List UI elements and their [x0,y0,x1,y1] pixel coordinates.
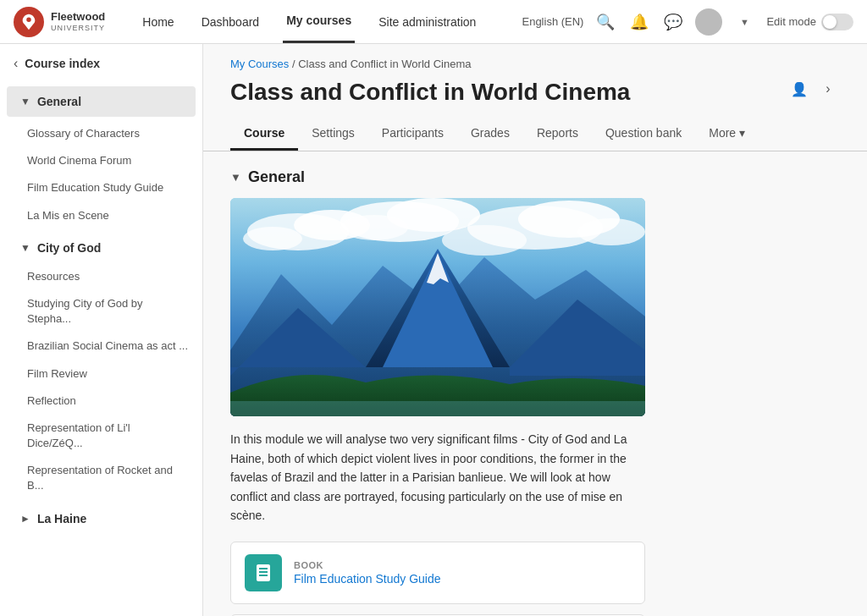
edit-mode-control[interactable]: Edit mode [766,14,853,30]
book-resource-type: BOOK [294,560,441,570]
language-selector[interactable]: English (EN) [522,15,583,28]
sidebar-section-city-of-god[interactable]: ▼ City of God [0,233,202,263]
logo[interactable]: Fleetwood UNIVERSITY [14,7,105,37]
city-of-god-chevron-icon: ▼ [20,242,30,254]
nav-site-admin[interactable]: Site administration [375,2,479,42]
course-index-title: Course index [25,57,100,70]
tabs-bar: Course Settings Participants Grades Repo… [203,118,867,151]
nav-my-courses[interactable]: My courses [283,0,355,43]
sidebar-section-la-haine[interactable]: ► La Haine [0,503,202,534]
nav-right-controls: English (EN) 🔍 🔔 💬 ▼ Edit mode [522,8,853,36]
sidebar-section-la-haine-label: La Haine [37,512,86,525]
tab-reports[interactable]: Reports [523,118,592,151]
sidebar-item-representation-lil[interactable]: Representation of Li'l Dice/ZéQ... [0,415,202,457]
tab-participants[interactable]: Participants [368,118,457,151]
user-icon[interactable]: 👤 [787,77,811,101]
sidebar-item-resources[interactable]: Resources [0,263,202,290]
messages-icon[interactable]: 💬 [661,10,685,34]
edit-mode-label: Edit mode [766,15,816,28]
sidebar-item-brazilian[interactable]: Brazilian Social Cinema as act ... [0,333,202,360]
tab-question-bank[interactable]: Question bank [592,118,695,151]
course-description: In this module we will analyse two very … [230,430,645,525]
tab-course[interactable]: Course [230,118,298,151]
main-content: My Courses / Class and Conflict in World… [203,44,867,616]
svg-point-9 [577,218,645,245]
sidebar-item-glossary[interactable]: Glossary of Characters [0,120,202,147]
sidebar-item-studying[interactable]: Studying City of God by Stepha... [0,290,202,333]
course-index-header[interactable]: ‹ Course index [0,44,202,83]
section-title: General [248,168,305,186]
sidebar-item-reflection[interactable]: Reflection [0,388,202,415]
sidebar-item-study-guide[interactable]: Film Education Study Guide [0,174,202,201]
sidebar: ‹ Course index ▼ General Glossary of Cha… [0,44,203,616]
svg-point-6 [340,215,408,240]
header-icons: 👤 › [787,77,840,101]
breadcrumb: My Courses / Class and Conflict in World… [203,44,867,70]
hero-svg [230,198,645,416]
logo-text: Fleetwood UNIVERSITY [51,10,105,32]
top-navigation: Fleetwood UNIVERSITY Home Dashboard My c… [0,0,867,44]
page-title: Class and Conflict in World Cinema [230,77,630,107]
search-icon[interactable]: 🔍 [594,10,617,34]
section-chevron-icon[interactable]: ▼ [230,171,241,184]
avatar[interactable] [695,8,722,36]
edit-mode-toggle[interactable] [821,14,853,30]
tab-grades[interactable]: Grades [457,118,523,151]
sidebar-section-general-label: General [37,95,81,108]
breadcrumb-link[interactable]: My Courses [230,58,289,70]
sidebar-section-general[interactable]: ▼ General [7,86,196,117]
tab-more[interactable]: More ▾ [695,118,759,151]
book-resource-name[interactable]: Film Education Study Guide [294,572,441,586]
nav-home[interactable]: Home [139,2,177,42]
expand-icon[interactable]: › [816,77,840,101]
tab-settings[interactable]: Settings [298,118,368,151]
sidebar-item-representation-rocket[interactable]: Representation of Rocket and B... [0,457,202,499]
avatar-chevron-icon[interactable]: ▼ [732,10,756,34]
svg-rect-17 [230,401,645,416]
sidebar-item-mise-en-scene[interactable]: La Mis en Scene [0,202,202,229]
logo-icon [14,7,44,37]
svg-point-10 [442,225,527,256]
nav-dashboard[interactable]: Dashboard [198,2,263,42]
page-header: Class and Conflict in World Cinema 👤 › [203,70,867,107]
sidebar-section-city-of-god-label: City of God [37,241,101,255]
notifications-icon[interactable]: 🔔 [627,10,651,34]
svg-point-3 [243,227,302,250]
la-haine-chevron-icon: ► [20,513,30,525]
resource-card-book[interactable]: BOOK Film Education Study Guide [230,542,645,604]
chevron-left-icon: ‹ [14,56,18,71]
breadcrumb-current: Class and Conflict in World Cinema [298,58,471,70]
hero-image [230,198,645,416]
sidebar-item-forum[interactable]: World Cinema Forum [0,147,202,174]
toggle-knob [823,15,837,29]
book-resource-icon [245,554,282,591]
section-title-row: ▼ General [230,168,840,186]
course-content: ▼ General [203,151,867,616]
sidebar-item-film-review[interactable]: Film Review [0,360,202,388]
book-resource-meta: BOOK Film Education Study Guide [294,560,441,586]
general-chevron-icon: ▼ [20,96,30,107]
main-layout: ‹ Course index ▼ General Glossary of Cha… [0,44,867,616]
